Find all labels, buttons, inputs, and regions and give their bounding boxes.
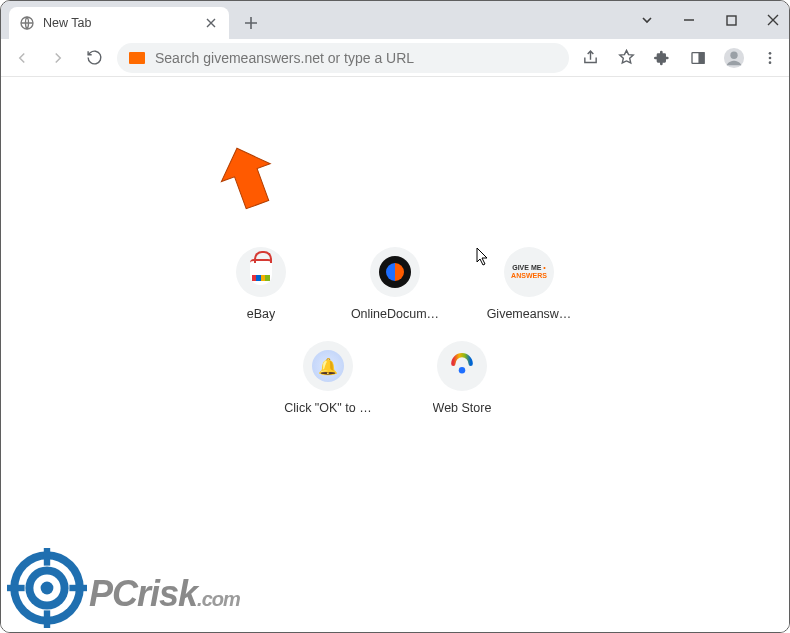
window-controls [637,1,783,39]
svg-marker-10 [216,147,276,211]
svg-rect-17 [44,610,50,628]
shortcut-label: Web Store [433,401,492,415]
address-input[interactable] [155,50,557,66]
profile-avatar-icon[interactable] [723,47,745,69]
svg-point-6 [769,52,772,55]
tab-strip: New Tab [1,1,789,39]
side-panel-icon[interactable] [687,47,709,69]
target-icon [7,548,87,628]
shortcut-onlinedocum[interactable]: OnlineDocum… [340,247,450,321]
bookmark-star-icon[interactable] [615,47,637,69]
kebab-menu-icon[interactable] [759,47,781,69]
shortcut-click-ok[interactable]: 🔔 Click "OK" to … [273,341,383,415]
shortcut-givemeanswers[interactable]: GIVE ME • ANSWERS Givemeansw… [474,247,584,321]
browser-tab[interactable]: New Tab [9,7,229,39]
page-content: eBay OnlineDocum… GIVE ME • ANSWERS Give… [1,77,789,632]
tab-title: New Tab [43,16,195,30]
annotation-arrow-icon [216,147,276,211]
close-tab-icon[interactable] [203,15,219,31]
svg-point-8 [769,61,772,64]
minimize-icon[interactable] [679,10,699,30]
shortcut-label: OnlineDocum… [351,307,439,321]
ebay-icon [236,247,286,297]
shortcut-ebay[interactable]: eBay [206,247,316,321]
icon-text-line2: ANSWERS [511,272,547,279]
shortcut-label: eBay [247,307,276,321]
watermark-text: PCrisk [89,573,197,614]
pcrisk-watermark: PCrisk.com [7,548,240,628]
toolbar [1,39,789,77]
new-tab-button[interactable] [237,9,265,37]
share-icon[interactable] [579,47,601,69]
svg-rect-1 [727,16,736,25]
extensions-icon[interactable] [651,47,673,69]
maximize-icon[interactable] [721,10,741,30]
search-engine-icon [129,52,145,64]
icon-text-line1: GIVE ME [512,264,541,271]
svg-point-7 [769,56,772,59]
reload-button[interactable] [81,45,107,71]
watermark-suffix: .com [197,588,240,610]
svg-rect-3 [699,52,704,63]
svg-point-15 [41,582,54,595]
close-icon[interactable] [763,10,783,30]
svg-rect-19 [69,585,87,591]
shortcuts-grid: eBay OnlineDocum… GIVE ME • ANSWERS Give… [175,247,615,415]
svg-point-9 [459,367,466,374]
onlinedocum-icon [370,247,420,297]
givemeanswers-icon: GIVE ME • ANSWERS [504,247,554,297]
globe-icon [19,15,35,31]
svg-rect-18 [7,585,25,591]
svg-rect-16 [44,548,50,566]
svg-point-5 [730,51,737,58]
address-bar[interactable] [117,43,569,73]
shortcut-label: Click "OK" to … [284,401,371,415]
back-button[interactable] [9,45,35,71]
shortcut-label: Givemeansw… [487,307,572,321]
bell-icon: 🔔 [303,341,353,391]
forward-button[interactable] [45,45,71,71]
webstore-icon [437,341,487,391]
chevron-down-icon[interactable] [637,10,657,30]
shortcut-webstore[interactable]: Web Store [407,341,517,415]
